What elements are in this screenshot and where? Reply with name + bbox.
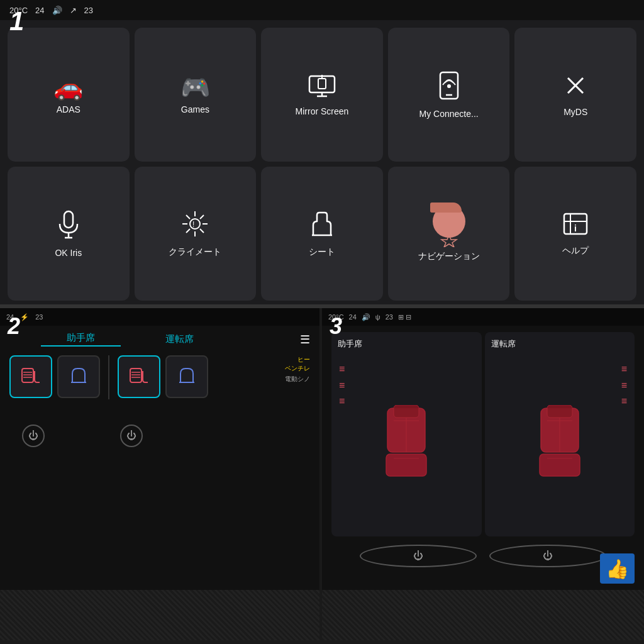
svg-rect-11 (64, 211, 73, 228)
svg-line-20 (200, 229, 204, 233)
svg-rect-34 (130, 369, 142, 382)
seat-status-bar-2: 24 ⚡ 23 (0, 308, 319, 326)
section-number-2: 2 (8, 313, 20, 340)
games-label: Games (181, 104, 209, 114)
app-games[interactable]: 🎮 Games (135, 28, 257, 162)
ok-iris-label: OK Iris (55, 248, 82, 258)
seat-driver-back-icon (177, 365, 197, 389)
svg-rect-54 (541, 408, 579, 452)
seat-heat-icon (19, 364, 42, 391)
navigation-icon (428, 205, 469, 246)
svg-text:!: ! (192, 220, 194, 229)
ok-iris-icon (57, 210, 80, 243)
status-3-24: 24 (349, 313, 357, 321)
section-number-1: 1 (9, 6, 24, 36)
svg-rect-40 (386, 454, 426, 476)
svg-point-14 (190, 219, 200, 229)
seat-icon (309, 210, 335, 242)
myds-label: MyDS (564, 107, 587, 117)
seat-display-panels: 助手席 ≡≡≡ (322, 326, 644, 540)
seat-btn-driver-heat[interactable] (118, 355, 160, 398)
seat-driver-heat-icon (128, 364, 150, 391)
adas-icon: 🚗 (53, 75, 83, 99)
climate-label: クライメート (169, 247, 221, 258)
svg-rect-29 (22, 369, 33, 382)
adas-label: ADAS (57, 104, 80, 114)
myds-icon (563, 73, 588, 102)
heat-lines-passenger: ≡≡≡ (339, 361, 345, 409)
heat-lines-driver: ≡≡≡ (621, 361, 627, 409)
svg-line-21 (200, 215, 204, 219)
app-myds[interactable]: MyDS (514, 28, 636, 162)
heat-vent-label: ヒーベンチレ (285, 355, 310, 373)
app-help[interactable]: i ヘルプ (514, 167, 636, 301)
svg-point-8 (447, 84, 451, 88)
menu-icon[interactable]: ☰ (300, 333, 310, 347)
mirror-icon (308, 74, 336, 101)
section-number-3: 3 (330, 313, 342, 340)
app-climate[interactable]: ! クライメート (135, 167, 257, 301)
bottom-right-section: 3 20°C 24 🔊 ψ 23 ⊞ ⊟ 助手席 ≡≡≡ (322, 308, 644, 640)
seat-back-icon (69, 365, 89, 389)
power-btn-driver[interactable]: ⏻ (120, 425, 143, 447)
status-3-icon1: 🔊 (362, 313, 370, 321)
signal-icon: ↗ (70, 6, 77, 15)
thumbs-up-icon: 👍 (606, 558, 629, 580)
top-section: 20°C 24 🔊 ↗ 23 1 🚗 ADAS 🎮 Games (0, 0, 644, 308)
seat-header-driver: 運転席 (140, 333, 219, 345)
svg-line-22 (186, 229, 190, 233)
bottom-texture-right (322, 590, 644, 640)
seat-label: シート (309, 247, 335, 258)
passenger-panel-title: 助手席 (338, 338, 475, 350)
seat-btn-passenger-heat[interactable] (9, 355, 52, 398)
seat-header-passenger: 助手席 (41, 332, 121, 347)
status-3-23: 23 (386, 313, 393, 321)
app-seat[interactable]: シート (261, 167, 383, 301)
status-3-psi: ψ (375, 313, 380, 321)
app-navigation[interactable]: ナビゲーション (388, 167, 510, 301)
status-num-23: 23 (35, 313, 43, 321)
power-btn-3-passenger[interactable]: ⏻ (360, 545, 477, 567)
passenger-seat-display: ≡≡≡ (338, 355, 475, 530)
power-btn-3-driver[interactable]: ⏻ (489, 545, 606, 567)
climate-icon: ! (181, 210, 209, 242)
svg-text:i: i (574, 223, 577, 233)
thumbs-up-badge: 👍 (600, 553, 635, 584)
passenger-panel: 助手席 ≡≡≡ (331, 332, 482, 536)
myconnecte-label: My Connecte... (419, 109, 479, 119)
power-icon-driver: ⏻ (126, 430, 136, 441)
svg-line-19 (186, 215, 190, 219)
thumbs-up-container: 👍 (600, 553, 635, 584)
app-grid: 🚗 ADAS 🎮 Games Mirror Screen (0, 20, 644, 308)
navigation-label: ナビゲーション (418, 251, 480, 262)
svg-rect-48 (540, 454, 580, 476)
electric-label: 電動シノ (285, 375, 310, 384)
app-adas[interactable]: 🚗 ADAS (8, 28, 130, 162)
seat-btn-passenger-back[interactable] (57, 355, 100, 398)
bottom-texture-left (0, 590, 319, 640)
games-icon: 🎮 (180, 75, 210, 99)
power-icon-row: ⏻ ⏻ (9, 425, 310, 447)
power-icon-3-passenger: ⏻ (413, 550, 423, 562)
seat-btn-driver-back[interactable] (165, 355, 208, 398)
app-myconnecte[interactable]: My Connecte... (388, 28, 510, 162)
help-label: ヘルプ (562, 245, 589, 257)
app-ok-iris[interactable]: OK Iris (8, 167, 130, 301)
side-labels: ヒーベンチレ 電動シノ (285, 355, 310, 384)
vol-icon: 🔊 (52, 6, 62, 15)
seat-buttons-row: ヒーベンチレ 電動シノ (9, 355, 310, 399)
signal-num: 23 (84, 6, 93, 15)
driver-panel: 運転席 ≡≡≡ (485, 332, 635, 536)
power-btn-passenger[interactable]: ⏻ (22, 425, 45, 447)
mirror-label: Mirror Screen (296, 106, 349, 116)
bottom-left-section: 2 24 ⚡ 23 助手席 運転席 ☰ (0, 308, 322, 640)
seat-status-bar-3: 20°C 24 🔊 ψ 23 ⊞ ⊟ (322, 308, 644, 326)
power-icon-passenger: ⏻ (28, 430, 38, 441)
power-row-3: ⏻ ⏻ (322, 540, 644, 572)
app-mirror-screen[interactable]: Mirror Screen (261, 28, 383, 162)
status-3-icons: ⊞ ⊟ (398, 313, 411, 321)
driver-panel-title: 運転席 (491, 338, 629, 350)
status-bar: 20°C 24 🔊 ↗ 23 (0, 0, 644, 20)
driver-seat-svg (535, 405, 585, 480)
driver-seat-display: ≡≡≡ (491, 355, 629, 530)
